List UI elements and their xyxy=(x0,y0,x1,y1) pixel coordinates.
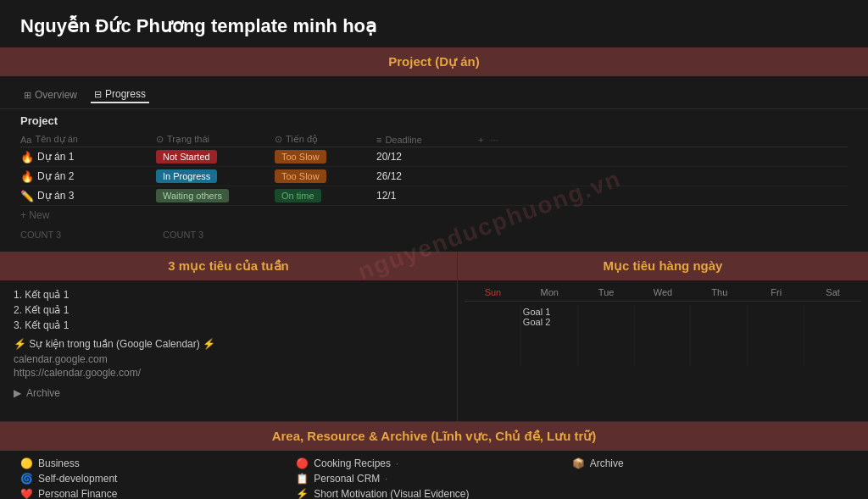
row2-name-text: Dự án 2 xyxy=(37,170,74,182)
weekly-goals-content: 1. Kết quả 1 2. Kết quả 1 3. Kết quả 1 ⚡… xyxy=(0,280,457,408)
area-item-self-dev[interactable]: 🌀 Self-development xyxy=(20,473,296,485)
progress-icon: ⊟ xyxy=(94,89,102,100)
calendar-url[interactable]: https://calendar.google.com/ xyxy=(14,367,443,379)
row3-emoji: ✏️ xyxy=(20,190,34,202)
tab-overview-label: Overview xyxy=(35,89,77,101)
project-section-header: Project (Dự án) xyxy=(0,47,868,76)
row1-progress-badge: Too Slow xyxy=(275,150,326,164)
day-sat: Sat xyxy=(804,287,861,297)
motivation-label: Short Motivation (Visual Evidence) xyxy=(314,488,469,499)
archive-emoji: 📦 xyxy=(572,457,585,469)
day-sun: Sun xyxy=(465,287,521,297)
row2-emoji: 🔥 xyxy=(20,170,34,183)
row2-name[interactable]: 🔥 Dự án 2 xyxy=(20,170,156,183)
row1-status[interactable]: Not Started xyxy=(156,150,275,164)
col-progress-icon: ⊙ xyxy=(275,134,282,145)
col-progress: ⊙ Tiến độ xyxy=(275,134,376,145)
area-col-2: 🔴 Cooking Recipes · 📋 Personal CRM · ⚡ S… xyxy=(296,457,571,499)
col-deadline-label: Deadline xyxy=(385,135,421,145)
area-item-cooking[interactable]: 🔴 Cooking Recipes · xyxy=(296,457,571,469)
tab-progress[interactable]: ⊟ Progress xyxy=(91,86,149,103)
count-1: COUNT 3 xyxy=(20,230,61,240)
business-emoji: 🟡 xyxy=(20,457,33,469)
col-status-icon: ⊙ xyxy=(156,134,164,145)
row3-status-badge: Waiting others xyxy=(156,189,229,202)
row2-progress[interactable]: Too Slow xyxy=(275,169,376,183)
bottom-section: 3 mục tiêu của tuần 1. Kết quả 1 2. Kết … xyxy=(0,252,868,421)
col-name: Aa Tên dự án xyxy=(20,134,156,145)
goal-item-2: 2. Kết quả 1 xyxy=(14,304,443,316)
add-new-row[interactable]: + New xyxy=(20,206,848,225)
events-label: ⚡ Sự kiện trong tuần (Google Calendar) ⚡ xyxy=(14,338,443,350)
self-dev-label: Self-development xyxy=(38,473,117,485)
mon-goal-2: Goal 2 xyxy=(523,317,576,327)
area-item-finance[interactable]: ❤️ Personal Finance xyxy=(20,488,296,499)
finance-emoji: ❤️ xyxy=(20,488,33,499)
row1-name-text: Dự án 1 xyxy=(37,151,74,163)
day-thu: Thu xyxy=(691,287,748,297)
table-row: 🔥 Dự án 2 In Progress Too Slow 26/12 xyxy=(20,167,848,186)
table-row: 🔥 Dự án 1 Not Started Too Slow 20/12 xyxy=(20,147,848,167)
tabs-bar: ⊞ Overview ⊟ Progress xyxy=(0,81,868,109)
row1-emoji: 🔥 xyxy=(20,151,34,164)
col-name-icon: Aa xyxy=(20,135,31,145)
table-row: ✏️ Dự án 3 Waiting others On time 12/1 xyxy=(20,186,848,206)
area-section: Area, Resource & Archive (Lĩnh vực, Chủ … xyxy=(0,421,868,499)
crm-emoji: 📋 xyxy=(296,473,309,485)
col-status: ⊙ Trạng thái xyxy=(156,134,275,145)
cal-cell-wed xyxy=(635,305,692,366)
area-item-motivation[interactable]: ⚡ Short Motivation (Visual Evidence) xyxy=(296,488,571,499)
row1-name[interactable]: 🔥 Dự án 1 xyxy=(20,151,156,164)
cooking-dot: · xyxy=(396,459,398,469)
day-fri: Fri xyxy=(748,287,804,297)
col-progress-label: Tiến độ xyxy=(286,134,318,145)
row1-status-badge: Not Started xyxy=(156,150,217,164)
area-col-3: 📦 Archive xyxy=(572,457,848,499)
row3-name[interactable]: ✏️ Dự án 3 xyxy=(20,190,156,202)
count-2: COUNT 3 xyxy=(163,230,203,240)
daily-goals-header: Mục tiêu hàng ngày xyxy=(458,252,868,280)
overview-icon: ⊞ xyxy=(24,90,31,101)
row1-progress[interactable]: Too Slow xyxy=(275,150,376,164)
cal-cell-mon: Goal 1 Goal 2 xyxy=(521,305,578,366)
area-item-business[interactable]: 🟡 Business xyxy=(20,457,296,469)
self-dev-emoji: 🌀 xyxy=(20,473,33,485)
goal-item-3: 3. Kết quả 1 xyxy=(14,319,443,331)
area-item-archive[interactable]: 📦 Archive xyxy=(572,457,848,469)
calendar-domain[interactable]: calendar.google.com xyxy=(14,353,443,365)
col-deadline-icon: ≡ xyxy=(376,135,381,145)
crm-dot: · xyxy=(385,474,387,484)
archive-label: Archive xyxy=(26,387,60,399)
row1-deadline: 20/12 xyxy=(376,151,478,163)
day-mon: Mon xyxy=(521,287,578,297)
row2-progress-badge: Too Slow xyxy=(275,169,326,183)
col-status-label: Trạng thái xyxy=(167,134,209,145)
tab-overview[interactable]: ⊞ Overview xyxy=(20,86,81,103)
motivation-emoji: ⚡ xyxy=(296,488,309,499)
area-section-header: Area, Resource & Archive (Lĩnh vực, Chủ … xyxy=(0,422,868,451)
row3-status[interactable]: Waiting others xyxy=(156,189,275,202)
day-wed: Wed xyxy=(635,287,692,297)
area-item-crm[interactable]: 📋 Personal CRM · xyxy=(296,473,571,485)
cal-cell-thu xyxy=(691,305,748,366)
area-col-1: 🟡 Business 🌀 Self-development ❤️ Persona… xyxy=(20,457,296,499)
tab-progress-label: Progress xyxy=(105,88,146,100)
archive-label-text: Archive xyxy=(590,457,624,469)
archive-toggle[interactable]: ▶ Archive xyxy=(14,387,443,399)
calendar-grid: Sun Mon Tue Wed Thu Fri Sat Goal 1 Goal … xyxy=(465,284,861,369)
cal-cell-fri xyxy=(748,305,804,366)
page-title: Nguyễn Đức Phương template minh hoạ xyxy=(0,0,868,47)
crm-label: Personal CRM xyxy=(314,473,380,485)
cooking-emoji: 🔴 xyxy=(296,457,309,469)
col-actions: + ··· xyxy=(478,134,529,145)
weekly-goals-panel: 3 mục tiêu của tuần 1. Kết quả 1 2. Kết … xyxy=(0,252,458,421)
finance-label: Personal Finance xyxy=(38,488,117,499)
row2-status[interactable]: In Progress xyxy=(156,169,275,183)
row2-deadline: 26/12 xyxy=(376,170,478,182)
area-content: 🟡 Business 🌀 Self-development ❤️ Persona… xyxy=(0,451,868,499)
archive-chevron-icon: ▶ xyxy=(14,387,21,399)
row3-progress[interactable]: On time xyxy=(275,189,376,202)
more-col-icon[interactable]: ··· xyxy=(490,135,498,145)
add-col-icon[interactable]: + xyxy=(478,135,483,145)
row2-status-badge: In Progress xyxy=(156,169,217,183)
